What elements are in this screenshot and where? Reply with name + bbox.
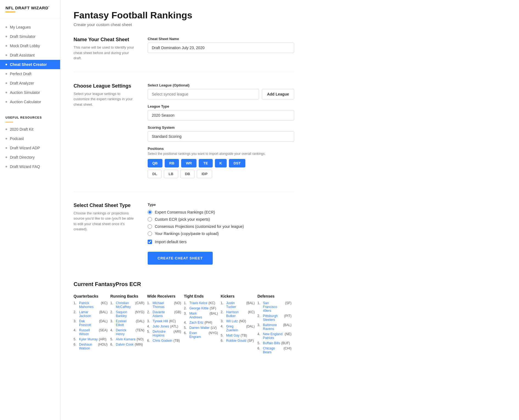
ecr-col-title-0: Quarterbacks [74, 294, 108, 298]
sidebar-item-perfect-draft[interactable]: Perfect Draft [0, 69, 60, 79]
scoring-system-input[interactable] [148, 131, 294, 142]
resource-dot [5, 138, 7, 139]
ecr-player-link[interactable]: Julio Jones [153, 324, 169, 328]
position-btn-dst[interactable]: DST [229, 159, 245, 167]
nav-dot [5, 54, 7, 56]
ecr-player-link[interactable]: Derrick Henry [116, 328, 134, 336]
resource-item-podcast[interactable]: Podcast [0, 134, 60, 143]
ecr-list-4: 1.Justin Tucker (BAL)2.Harrison Butker (… [221, 301, 255, 343]
cheat-sheet-name-input[interactable] [148, 43, 294, 53]
ecr-player-link[interactable]: Dalvin Cook [116, 343, 134, 346]
ecr-player-link[interactable]: DeAndre Hopkins [153, 330, 172, 337]
radio-option-3[interactable]: Your Rankings (copy/paste to upload) [148, 231, 294, 236]
ecr-player-link[interactable]: Justin Tucker [226, 301, 245, 309]
nav-label: Auction Calculator [10, 100, 41, 104]
position-btn-lb[interactable]: LB [164, 170, 178, 178]
position-btn-qb[interactable]: QB [148, 159, 162, 167]
ecr-player-5-5: 6.Chicago Bears (CHI) [257, 346, 291, 354]
ecr-player-link[interactable]: Evan Engram [189, 331, 207, 339]
ecr-player-link[interactable]: Kyler Murray [79, 337, 98, 341]
sidebar-item-cheat-sheet-creator[interactable]: Cheat Sheet Creator [0, 60, 60, 69]
ecr-player-link[interactable]: Robbie Gould [226, 339, 246, 343]
radio-input-1[interactable] [148, 217, 152, 222]
radio-input-3[interactable] [148, 231, 152, 236]
sidebar-item-auction-calculator[interactable]: Auction Calculator [0, 97, 60, 107]
ecr-num: 3. [257, 323, 262, 331]
resource-item-draft-wizard-adp[interactable]: Draft Wizard ADP [0, 143, 60, 153]
ecr-player-link[interactable]: Zach Ertz [189, 321, 203, 324]
ecr-player-link[interactable]: Buffalo Bills [263, 341, 280, 345]
ecr-player-5-4: 5.Buffalo Bills (BUF) [257, 341, 291, 345]
ecr-player-link[interactable]: Tyreek Hill [153, 319, 168, 323]
sidebar-item-mock-draft-lobby[interactable]: Mock Draft Lobby [0, 41, 60, 51]
ecr-player-link[interactable]: Harrison Butker [226, 310, 247, 318]
name-section-right: Cheat Sheet Name [148, 37, 294, 61]
ecr-col-title-2: Wide Receivers [147, 294, 181, 298]
position-btn-idp[interactable]: IDP [197, 170, 212, 178]
position-btn-k[interactable]: K [215, 159, 227, 167]
radio-input-0[interactable] [148, 210, 152, 214]
ecr-player-link[interactable]: Lamar Jackson [79, 310, 98, 318]
ecr-player-link[interactable]: Michael Thomas [153, 301, 173, 309]
ecr-player-link[interactable]: George Kittle [189, 306, 209, 310]
ecr-num: 3. [74, 319, 78, 327]
ecr-player-link[interactable]: Darren Waller [189, 326, 210, 330]
resource-item-2020-draft-kit[interactable]: 2020 Draft Kit [0, 125, 60, 134]
ecr-player-link[interactable]: Patrick Mahomes [79, 301, 100, 309]
ecr-player-link[interactable]: San Francisco 49ers [263, 301, 284, 313]
nav-dot [5, 73, 7, 75]
ecr-num: 5. [147, 330, 152, 337]
ecr-player-link[interactable]: Wil Lutz [226, 319, 238, 323]
ecr-player-link[interactable]: Matt Gay [226, 334, 240, 337]
radio-input-2[interactable] [148, 224, 152, 229]
ecr-player-link[interactable]: Saquon Barkley [116, 310, 134, 318]
create-cheat-sheet-button[interactable]: CREATE CHEAT SHEET [148, 252, 213, 265]
ecr-player-link[interactable]: Christian McCaffrey [116, 301, 134, 309]
ecr-player-link[interactable]: Pittsburgh Steelers [263, 314, 283, 322]
type-section: Select Cheat Sheet Type Choose the ranki… [74, 203, 294, 265]
ecr-list-5: 1.San Francisco 49ers (SF)2.Pittsburgh S… [257, 301, 291, 354]
resource-item-draft-directory[interactable]: Draft Directory [0, 153, 60, 162]
ecr-player-link[interactable]: Ezekiel Elliott [116, 319, 135, 327]
ecr-player-link[interactable]: Deshaun Watson [79, 343, 97, 350]
ecr-player-link[interactable]: New England Patriots [263, 332, 284, 340]
page-subtitle: Create your custom cheat sheet [74, 22, 294, 27]
ecr-player-link[interactable]: Chris Godwin [153, 339, 172, 343]
ecr-player-link[interactable]: Russell Wilson [79, 328, 98, 336]
position-btn-wr[interactable]: WR [181, 159, 197, 167]
position-btn-te[interactable]: TE [199, 159, 213, 167]
ecr-player-link[interactable]: Alvin Kamara [116, 337, 135, 341]
ecr-num: 3. [221, 319, 225, 323]
add-league-button[interactable]: Add League [262, 89, 294, 99]
select-synced-league-input[interactable] [148, 89, 259, 99]
position-btn-rb[interactable]: RB [165, 159, 179, 167]
position-btn-dl[interactable]: DL [148, 170, 162, 178]
sidebar-item-draft-analyzer[interactable]: Draft Analyzer [0, 79, 60, 88]
radio-option-0[interactable]: Expert Consensus Rankings (ECR) [148, 210, 294, 214]
ecr-player-link[interactable]: Mark Andrews [189, 312, 208, 319]
import-tiers-label: Import default tiers [155, 240, 187, 244]
position-btn-db[interactable]: DB [180, 170, 195, 178]
ecr-player-link[interactable]: Travis Kelce [189, 301, 207, 305]
positions-row-2: DLLBDBIDP [148, 170, 294, 178]
sidebar-item-auction-simulator[interactable]: Auction Simulator [0, 88, 60, 97]
import-tiers-option[interactable]: Import default tiers [148, 240, 294, 244]
radio-option-1[interactable]: Custom ECR (pick your experts) [148, 217, 294, 222]
ecr-team: (SF) [247, 339, 254, 343]
league-type-input[interactable] [148, 110, 294, 121]
nav-dot [5, 101, 7, 103]
ecr-player-link[interactable]: Greg Zuerlein [226, 324, 245, 332]
ecr-player-link[interactable]: Baltimore Ravens [263, 323, 282, 331]
sidebar-item-draft-assistant[interactable]: Draft Assistant [0, 51, 60, 60]
resource-item-draft-wizard-faq[interactable]: Draft Wizard FAQ [0, 162, 60, 171]
ecr-player-link[interactable]: Dak Prescott [79, 319, 98, 327]
import-tiers-checkbox[interactable] [148, 240, 152, 244]
radio-options: Expert Consensus Rankings (ECR)Custom EC… [148, 210, 294, 236]
resource-dot [5, 156, 7, 158]
sidebar-item-my-leagues[interactable]: My Leagues [0, 23, 60, 32]
sidebar-item-draft-simulator[interactable]: Draft Simulator [0, 32, 60, 41]
ecr-player-link[interactable]: Davante Adams [153, 310, 173, 318]
sidebar: NFL DRAFT WIZARD* My LeaguesDraft Simula… [0, 0, 60, 420]
radio-option-2[interactable]: Consensus Projections (customized for yo… [148, 224, 294, 229]
ecr-player-link[interactable]: Chicago Bears [263, 346, 282, 354]
